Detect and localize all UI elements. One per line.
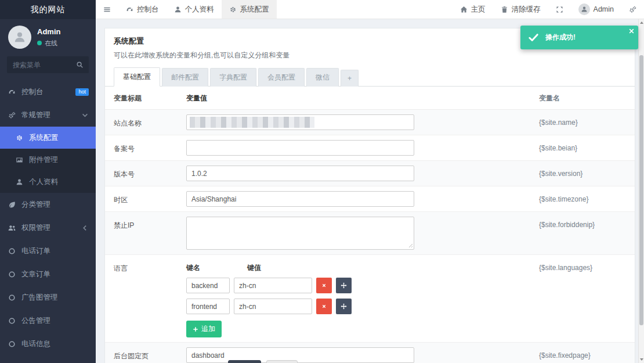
delete-pair-button[interactable] [316,278,332,293]
circle-icon [8,294,16,301]
gear-icon [16,134,23,142]
sidebar-item-banner[interactable]: 广告图管理 [0,286,96,309]
cogs-icon [629,6,636,13]
move-pair-button[interactable] [336,299,352,314]
fullscreen-button[interactable] [548,0,571,19]
user-icon [16,178,23,186]
circle-icon [8,317,16,325]
language-pair-row [186,278,418,293]
beian-input[interactable] [186,140,414,156]
sidebar-item-general[interactable]: 常规管理 [0,103,96,127]
home-icon [460,6,468,13]
kv-key-header: 键名 [186,263,230,273]
sidebar-item-attachments[interactable]: 附件管理 [0,149,96,171]
sidebar-toggle-button[interactable] [96,0,118,19]
config-row-version: 版本号 {$site.version} [105,161,635,186]
append-button[interactable]: 追加 [186,321,222,337]
success-toast: 操作成功! [520,26,638,49]
scrollbar-thumb[interactable] [639,55,643,325]
menu-search [7,56,89,73]
forbidden-ip-textarea[interactable] [186,217,414,250]
add-group-tab[interactable]: + [341,70,359,87]
move-icon [341,303,347,310]
language-value-input[interactable] [234,278,312,293]
reset-button-partial[interactable] [266,360,298,363]
gear-icon [229,6,237,13]
tab-wechat-config[interactable]: 微信 [306,68,339,87]
topnav-tab-dashboard[interactable]: 控制台 [118,0,167,19]
vertical-scrollbar[interactable] [638,19,644,363]
x-icon [321,283,327,288]
tab-mail-config[interactable]: 邮件配置 [162,68,208,87]
username: Admin [594,5,614,13]
topbar: 控制台 个人资料 系统配置 主页 清除缓存 Admin [96,0,644,19]
gauge-icon [8,88,16,96]
avatar [8,26,31,49]
circle-icon [8,340,16,348]
settings-button[interactable] [621,0,644,19]
language-key-input[interactable] [186,299,230,314]
sidebar-item-announcement[interactable]: 公告管理 [0,309,96,332]
hot-badge: hot [75,88,89,96]
scroll-up-arrow-icon[interactable] [639,20,644,26]
config-row-beian: 备案号 {$site.beian} [105,135,635,161]
language-value-input[interactable] [234,299,312,314]
toast-message: 操作成功! [545,33,576,42]
config-row-languages: 语言 键名 键值 [105,255,635,343]
sidebar-item-article-orders[interactable]: 文章订单 [0,263,96,286]
user-menu[interactable]: Admin [571,0,621,19]
gauge-icon [126,6,133,13]
sidebar-item-system-config[interactable]: 系统配置 [0,127,96,149]
hamburger-icon [103,6,111,13]
leaf-icon [8,201,16,209]
sidebar-item-auth[interactable]: 权限管理 [0,216,96,239]
sidebar-item-phone-orders[interactable]: 电话订单 [0,239,96,263]
main-content: 系统配置 可以在此增改系统的变量和分组,也可以自定义分组和变量 基础配置 邮件配… [96,19,638,363]
user-icon [174,6,182,13]
sidebar-item-news[interactable]: 新闻管理 [0,355,96,363]
page-subtitle: 可以在此增改系统的变量和分组,也可以自定义分组和变量 [114,51,626,60]
online-dot-icon [37,41,42,45]
search-icon [76,61,84,69]
fixed-page-input[interactable] [186,347,414,363]
tab-basic-config[interactable]: 基础配置 [114,67,160,87]
version-input[interactable] [186,166,414,181]
clear-cache-button[interactable]: 清除缓存 [493,0,548,19]
check-icon [529,33,538,42]
profile-status: 在线 [45,39,57,48]
config-row-fixed-page: 后台固定页 {$site.fixedpage} [105,343,635,363]
tab-dictionary-config[interactable]: 字典配置 [210,68,256,87]
toast-close-button[interactable] [629,27,634,35]
home-button[interactable]: 主页 [453,0,493,19]
tab-member-config[interactable]: 会员配置 [258,68,305,87]
move-icon [341,282,347,289]
config-row-site-name: 站点名称 {$site.name} [105,110,635,135]
cogs-icon [8,112,16,119]
image-icon [16,156,23,164]
move-pair-button[interactable] [336,278,352,293]
expand-icon [556,6,563,13]
timezone-input[interactable] [186,191,414,207]
sidebar-item-phone-info[interactable]: 电话信息 [0,332,96,355]
delete-pair-button[interactable] [316,299,332,314]
chevron-down-icon [81,112,89,119]
config-tabs: 基础配置 邮件配置 字典配置 会员配置 微信 + [105,67,635,87]
sidebar-item-category[interactable]: 分类管理 [0,193,96,216]
language-pair-row [186,299,418,314]
x-icon [321,304,327,309]
sidebar-item-profile[interactable]: 个人资料 [0,171,96,193]
submit-button-partial[interactable] [228,360,261,363]
close-icon [629,28,634,34]
plus-icon [193,326,198,332]
user-icon [581,6,588,13]
topnav-tab-profile[interactable]: 个人资料 [167,0,222,19]
language-key-input[interactable] [186,278,230,293]
profile-name: Admin [37,27,60,36]
topnav-tab-system-config[interactable]: 系统配置 [222,0,277,19]
scroll-down-arrow-icon[interactable] [639,357,644,362]
sidebar-item-dashboard[interactable]: 控制台 hot [0,80,96,103]
sidebar-menu: 控制台 hot 常规管理 系统配置 附件管理 个人资料 分类管理 [0,80,96,363]
site-name-input[interactable] [186,114,414,130]
sidebar-submenu-general: 系统配置 附件管理 个人资料 [0,127,96,193]
brand-title: 我的网站 [0,0,96,19]
